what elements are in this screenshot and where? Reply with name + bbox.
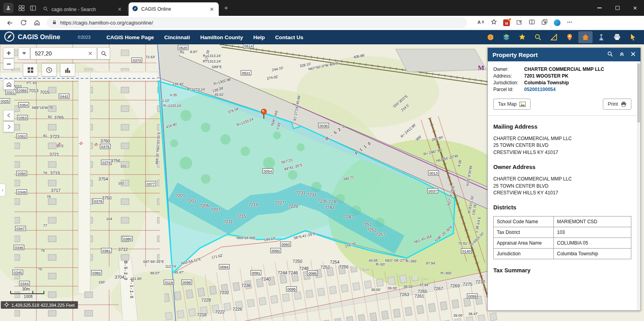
- nav-link[interactable]: Cincinnati: [164, 34, 190, 40]
- property-report-panel: Property Report Owner:CHARTER COMMERCIAL…: [487, 47, 641, 311]
- browser-window: cagis online - Search ✕ CAGIS Online ✕ ＋…: [0, 0, 644, 321]
- districts-table: School Code Name MARIEMONT CSD Tax Distr…: [493, 216, 631, 259]
- history-clock-icon[interactable]: [42, 63, 57, 76]
- svg-text:A: A: [477, 20, 481, 25]
- map-search-input[interactable]: [34, 50, 87, 57]
- collections-icon[interactable]: [541, 19, 548, 27]
- ublock-origin-icon[interactable]: u: [503, 19, 510, 26]
- panel-collapse-icon[interactable]: [619, 51, 625, 58]
- city-buildings-icon[interactable]: [60, 63, 75, 76]
- section-districts: Districts School Code Name MARIEMONT CSD: [493, 204, 631, 259]
- extensions-icon[interactable]: [516, 19, 523, 27]
- favorites-icon[interactable]: [491, 19, 497, 27]
- tab-separator: [127, 6, 128, 13]
- parcel-id-link[interactable]: 052001100054: [524, 86, 631, 93]
- district-value: 103: [554, 227, 631, 238]
- header-tools: [483, 31, 640, 43]
- panel-body: Owner:CHARTER COMMERCIAL MMP LLC Address…: [488, 61, 637, 310]
- next-extent-icon[interactable]: [3, 122, 14, 132]
- previous-extent-icon[interactable]: [3, 110, 14, 121]
- select-icon[interactable]: [626, 31, 640, 43]
- measure-icon[interactable]: [547, 31, 561, 43]
- panel-title: Property Report: [492, 51, 601, 58]
- crosshair-icon[interactable]: [4, 302, 9, 308]
- search-type-dropdown[interactable]: [18, 47, 30, 59]
- minimize-icon[interactable]: [591, 0, 608, 16]
- profile-icon[interactable]: [3, 3, 13, 13]
- tab-title: CAGIS Online: [141, 6, 205, 12]
- nav-link[interactable]: CAGIS Home Page: [106, 34, 154, 40]
- panel-scrollbar[interactable]: [637, 61, 640, 310]
- locate-icon[interactable]: [563, 31, 577, 43]
- cagis-favicon: [132, 6, 138, 13]
- field-jurisdiction: Jurisdiction:Columbia Township: [493, 80, 631, 86]
- basemap-icon[interactable]: [483, 31, 498, 43]
- print-button[interactable]: Print: [603, 99, 631, 110]
- sidebar-expander[interactable]: ›: [0, 184, 6, 196]
- layers-icon[interactable]: [499, 31, 513, 43]
- brand-title: CAGIS Online: [18, 34, 60, 41]
- url-box[interactable]: https://cagis.hamilton-co.org/cagisonlin…: [47, 17, 467, 28]
- tab-cagis-search[interactable]: cagis online - Search ✕: [40, 3, 127, 16]
- print-icon[interactable]: [610, 31, 624, 43]
- main-nav: CAGIS Home Page Cincinnati Hamilton Coun…: [106, 34, 303, 40]
- zoom-in-button[interactable]: +: [3, 47, 14, 58]
- refresh-icon[interactable]: [17, 17, 29, 28]
- search-icon[interactable]: [97, 47, 110, 59]
- panel-scrollbar-thumb[interactable]: [637, 63, 640, 123]
- basemap-gallery-icon[interactable]: [23, 63, 38, 76]
- district-key: Appraisal Area Name: [494, 238, 554, 249]
- maximize-icon[interactable]: [608, 0, 626, 16]
- panel-close-icon[interactable]: [631, 51, 636, 58]
- districts-row: Jurisdiction Columbia Township: [494, 249, 631, 259]
- tab-close-icon[interactable]: ✕: [208, 6, 215, 12]
- tab-list-icon[interactable]: [30, 5, 36, 11]
- copilot-icon[interactable]: [554, 19, 561, 26]
- image-icon: [519, 102, 526, 107]
- tax-summary-heading: Tax Summary: [493, 267, 631, 274]
- field-owner: Owner:CHARTER COMMERCIAL MMP LLC: [493, 66, 631, 73]
- nav-link[interactable]: Hamilton County: [200, 34, 243, 40]
- nav-link[interactable]: Help: [253, 34, 265, 40]
- home-extent-icon[interactable]: [3, 79, 14, 90]
- tax-map-button[interactable]: Tax Map: [493, 99, 530, 110]
- new-tab-button[interactable]: ＋: [219, 3, 233, 12]
- nav-link[interactable]: Contact Us: [275, 34, 303, 40]
- cagis-header: CAGIS Online ©2023 CAGIS Home Page Cinci…: [0, 30, 644, 44]
- property-report-icon[interactable]: [578, 31, 593, 43]
- field-parcel-id: Parcel Id: 052001100054: [493, 86, 631, 93]
- bookmarks-icon[interactable]: [515, 31, 529, 43]
- more-icon[interactable]: [566, 19, 573, 27]
- coordinate-text: 1,439,525.518 422,394.225 Feet: [11, 303, 75, 308]
- home-extent-control: [3, 79, 14, 90]
- lock-icon: [52, 19, 57, 27]
- back-icon[interactable]: [4, 17, 16, 28]
- window-controls: ✕: [591, 0, 644, 16]
- section-owner-address: Owner Address CHARTER COMMERCIAL MMP LLC…: [493, 164, 631, 196]
- printer-icon: [621, 101, 627, 107]
- zoom-out-button[interactable]: −: [3, 59, 14, 69]
- tab-close-icon[interactable]: ✕: [116, 6, 123, 12]
- read-aloud-icon[interactable]: A: [477, 19, 485, 27]
- map-search-box: ✕: [30, 47, 97, 59]
- browser-tab-bar: cagis online - Search ✕ CAGIS Online ✕ ＋…: [0, 0, 644, 16]
- map-area[interactable]: 037072.63'8.87'R=1313.24'R=1313.24'S89°E…: [0, 44, 644, 321]
- street-view-icon[interactable]: [594, 31, 608, 43]
- tab-cagis-online[interactable]: CAGIS Online ✕: [129, 2, 219, 16]
- tab-title: cagis online - Search: [51, 7, 113, 12]
- district-value: COLUMBIA 05: [554, 238, 631, 249]
- copyright: ©2023: [78, 35, 91, 40]
- identify-icon[interactable]: [531, 31, 545, 43]
- zoom-controls: + −: [3, 47, 14, 69]
- close-icon[interactable]: ✕: [626, 0, 644, 16]
- panel-search-icon[interactable]: [607, 51, 613, 59]
- districts-row: School Code Name MARIEMONT CSD: [494, 217, 631, 227]
- districts-row: Tax District 103: [494, 227, 631, 238]
- clear-search-icon[interactable]: ✕: [87, 50, 93, 57]
- split-screen-icon[interactable]: [528, 19, 535, 27]
- scale-feet-label: 100ft: [24, 294, 32, 299]
- coordinate-readout: 1,439,525.518 422,394.225 Feet: [1, 301, 78, 309]
- home-icon[interactable]: [31, 17, 43, 28]
- workspaces-icon[interactable]: [18, 5, 25, 11]
- tabbar-left-controls: [0, 0, 40, 16]
